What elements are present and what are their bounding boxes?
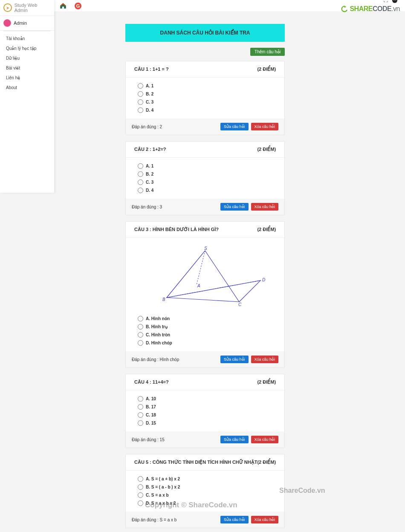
question-option: C. 3 bbox=[138, 178, 272, 186]
option-radio[interactable] bbox=[138, 83, 143, 89]
sidebar-item-about[interactable]: About bbox=[0, 83, 54, 93]
edit-question-button[interactable]: Sửa câu hỏi bbox=[220, 123, 249, 130]
question-actions: Sửa câu hỏiXóa câu hỏi bbox=[220, 356, 278, 363]
page-title: DANH SÁCH CÂU HỎI BÀI KIỂM TRA bbox=[125, 24, 285, 42]
question-footer: Đáp án đúng : S = a x bSửa câu hỏiXóa câ… bbox=[126, 512, 284, 528]
question-option: C. 18 bbox=[138, 411, 272, 419]
sidebar-brand[interactable]: ➤ Study Web Admin bbox=[0, 0, 54, 16]
correct-answer: Đáp án đúng : S = a x b bbox=[132, 518, 176, 522]
sidebar-item-learning[interactable]: Quản lý học tập bbox=[0, 43, 54, 53]
option-radio[interactable] bbox=[138, 484, 143, 490]
svg-text:A: A bbox=[197, 283, 200, 288]
delete-question-button[interactable]: Xóa câu hỏi bbox=[251, 203, 279, 211]
option-label: C. 18 bbox=[146, 413, 156, 417]
question-points: (2 ĐIỂM) bbox=[257, 460, 276, 465]
question-option: D. 4 bbox=[138, 186, 272, 194]
question-option: A. Hình nón bbox=[138, 315, 272, 323]
option-radio[interactable] bbox=[138, 171, 143, 177]
question-footer: Đáp án đúng : Hình chópSửa câu hỏiXóa câ… bbox=[126, 351, 284, 367]
sidebar-item-account[interactable]: Tài khoản bbox=[0, 34, 54, 43]
option-radio[interactable] bbox=[138, 316, 143, 321]
question-header: CÂU 1 : 1+1 = ?(2 ĐIỂM) bbox=[126, 61, 284, 78]
logo-swirl-icon bbox=[340, 5, 349, 13]
option-label: D. S = a x b x 2 bbox=[146, 501, 176, 506]
question-card: CÂU 1 : 1+1 = ?(2 ĐIỂM)A. 1B. 2C. 3D. 4Đ… bbox=[125, 61, 285, 135]
option-label: B. 2 bbox=[146, 92, 153, 96]
home-icon[interactable] bbox=[59, 2, 67, 10]
option-label: C. Hình tròn bbox=[146, 332, 170, 337]
logo-part-2: CODE bbox=[373, 5, 391, 13]
question-card: CÂU 3 : HÌNH BÊN DƯỚI LÀ HÌNH GÌ?(2 ĐIỂM… bbox=[125, 221, 285, 368]
option-label: D. 15 bbox=[146, 421, 156, 425]
question-card: CÂU 4 : 11+4=?(2 ĐIỂM)A. 10B. 17C. 18D. … bbox=[125, 374, 285, 448]
option-label: A. 1 bbox=[146, 164, 153, 168]
option-radio[interactable] bbox=[138, 476, 143, 482]
add-question-button[interactable]: Thêm câu hỏi bbox=[250, 48, 285, 56]
svg-line-1 bbox=[167, 298, 239, 302]
question-points: (2 ĐIỂM) bbox=[257, 227, 276, 232]
option-label: A. Hình nón bbox=[146, 316, 170, 321]
option-radio[interactable] bbox=[138, 179, 143, 185]
svg-text:C: C bbox=[238, 302, 242, 307]
option-label: C. 3 bbox=[146, 100, 153, 104]
edit-question-button[interactable]: Sửa câu hỏi bbox=[220, 356, 249, 363]
logo-part-3: .vn bbox=[391, 5, 400, 13]
sidebar-item-contact[interactable]: Liên hệ bbox=[0, 73, 54, 83]
more-icon[interactable]: ⋯ bbox=[392, 0, 397, 3]
svg-text:B: B bbox=[162, 297, 165, 302]
fullscreen-icon[interactable]: ⛶ bbox=[384, 0, 388, 3]
question-option: C. S = a x b bbox=[138, 491, 272, 499]
delete-question-button[interactable]: Xóa câu hỏi bbox=[251, 123, 279, 130]
delete-question-button[interactable]: Xóa câu hỏi bbox=[251, 356, 279, 363]
option-label: B. 17 bbox=[146, 405, 156, 409]
question-points: (2 ĐIỂM) bbox=[257, 66, 276, 72]
logo-part-1: SHARE bbox=[350, 5, 373, 13]
option-radio[interactable] bbox=[138, 404, 143, 410]
question-card: CÂU 2 : 1+2=?(2 ĐIỂM)A. 1B. 2C. 3D. 4Đáp… bbox=[125, 141, 285, 215]
option-radio[interactable] bbox=[138, 324, 143, 330]
option-radio[interactable] bbox=[138, 188, 143, 193]
question-option: B. S = ( a - b ) x 2 bbox=[138, 483, 272, 491]
option-radio[interactable] bbox=[138, 340, 143, 346]
question-option: D. S = a x b x 2 bbox=[138, 499, 272, 507]
question-option: A. 1 bbox=[138, 82, 272, 90]
svg-text:S: S bbox=[204, 246, 207, 251]
question-option: B. 2 bbox=[138, 90, 272, 98]
question-title: CÂU 4 : 11+4=? bbox=[134, 379, 169, 385]
edit-question-button[interactable]: Sửa câu hỏi bbox=[220, 436, 249, 443]
option-radio[interactable] bbox=[138, 420, 143, 426]
google-icon[interactable]: G bbox=[75, 3, 81, 9]
sidebar-user[interactable]: Admin bbox=[0, 16, 54, 31]
option-radio[interactable] bbox=[138, 91, 143, 97]
question-title: CÂU 3 : HÌNH BÊN DƯỚI LÀ HÌNH GÌ? bbox=[134, 227, 219, 232]
sidebar-item-data[interactable]: Dữ liệu bbox=[0, 53, 54, 63]
question-card: CÂU 5 : CÔNG THỨC TÍNH DIỆN TÍCH HÌNH CH… bbox=[125, 454, 285, 528]
question-option: D. 15 bbox=[138, 419, 272, 427]
question-option: A. 1 bbox=[138, 162, 272, 170]
option-radio[interactable] bbox=[138, 412, 143, 418]
delete-question-button[interactable]: Xóa câu hỏi bbox=[251, 516, 279, 523]
edit-question-button[interactable]: Sửa câu hỏi bbox=[220, 203, 249, 211]
option-radio[interactable] bbox=[138, 332, 143, 338]
delete-question-button[interactable]: Xóa câu hỏi bbox=[251, 436, 279, 443]
question-body: A. 1B. 2C. 3D. 4 bbox=[126, 78, 284, 119]
edit-question-button[interactable]: Sửa câu hỏi bbox=[220, 516, 249, 523]
question-actions: Sửa câu hỏiXóa câu hỏi bbox=[220, 203, 278, 211]
option-label: D. Hình chóp bbox=[146, 341, 172, 345]
svg-marker-0 bbox=[167, 251, 260, 302]
question-header: CÂU 4 : 11+4=?(2 ĐIỂM) bbox=[126, 374, 284, 390]
option-radio[interactable] bbox=[138, 107, 143, 113]
option-radio[interactable] bbox=[138, 396, 143, 402]
questions-container: CÂU 1 : 1+1 = ?(2 ĐIỂM)A. 1B. 2C. 3D. 4Đ… bbox=[125, 61, 285, 528]
question-option: B. 17 bbox=[138, 403, 272, 411]
option-radio[interactable] bbox=[138, 163, 143, 169]
option-radio[interactable] bbox=[138, 500, 143, 506]
sidebar-item-posts[interactable]: Bài viết bbox=[0, 63, 54, 73]
question-header: CÂU 3 : HÌNH BÊN DƯỚI LÀ HÌNH GÌ?(2 ĐIỂM… bbox=[126, 222, 284, 238]
option-radio[interactable] bbox=[138, 99, 143, 105]
question-actions: Sửa câu hỏiXóa câu hỏi bbox=[220, 516, 278, 523]
topbar-left: G bbox=[59, 2, 81, 10]
question-body: A. S = ( a + b) x 2B. S = ( a - b ) x 2C… bbox=[126, 471, 284, 512]
option-radio[interactable] bbox=[138, 492, 143, 498]
option-label: B. S = ( a - b ) x 2 bbox=[146, 485, 180, 489]
